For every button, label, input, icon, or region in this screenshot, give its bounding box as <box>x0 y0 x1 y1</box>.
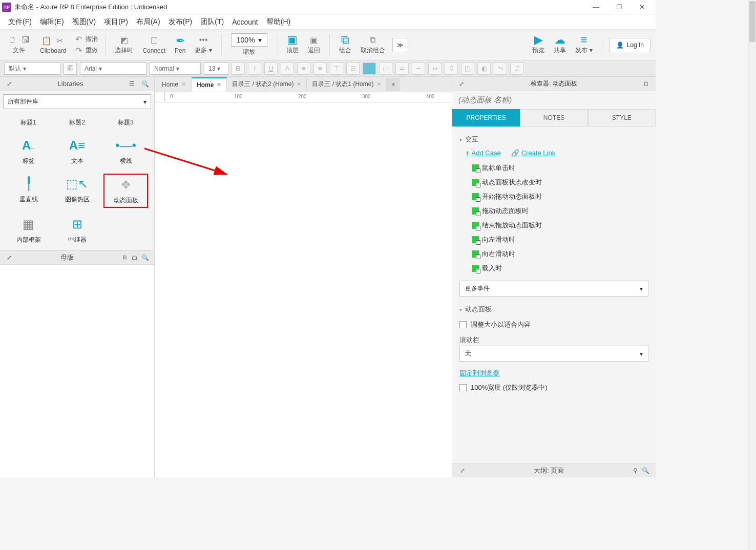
zoom-combo[interactable]: 100%▾ <box>231 33 267 47</box>
share-tool[interactable]: ☁共享 <box>552 35 568 55</box>
align-top-button[interactable]: ⊤ <box>330 62 343 75</box>
menu-publish[interactable]: 发布(P) <box>165 15 196 29</box>
widget-repeater[interactable]: ⊞中继器 <box>55 214 99 246</box>
preview-tool[interactable]: ▶预览 <box>530 35 547 55</box>
clipboard-group[interactable]: 📋 ✂ Clipboard <box>38 36 68 54</box>
widget-iframe[interactable]: ▦内部框架 <box>6 214 51 246</box>
close-icon[interactable]: ✕ <box>376 81 381 88</box>
copy-style-button[interactable]: 🗐 <box>64 62 77 75</box>
widget-heading2[interactable]: 标题2 <box>55 116 99 129</box>
search-icon[interactable]: 🔍 <box>140 79 150 89</box>
back-tool[interactable]: ▣返回 <box>306 35 322 55</box>
menu-arrange[interactable]: 布局(A) <box>133 15 163 29</box>
add-case-link[interactable]: +Add Case <box>466 149 501 157</box>
page-icon[interactable]: 🗋 <box>641 79 652 89</box>
collapse-icon[interactable]: ⤢ <box>4 252 14 263</box>
widget-heading1[interactable]: 标题1 <box>6 116 51 129</box>
new-tab-button[interactable]: ▾ <box>387 78 400 91</box>
opacity-button[interactable]: ◐ <box>477 62 491 75</box>
more-tool[interactable]: •••更多 ▾ <box>193 35 214 55</box>
event-load[interactable]: 载入时 <box>459 261 648 276</box>
shadow-button[interactable]: ◫ <box>461 62 474 75</box>
bold-button[interactable]: B <box>232 62 245 75</box>
event-drag[interactable]: 拖动动态面板时 <box>459 204 648 218</box>
menu-help[interactable]: 帮助(H) <box>263 15 293 29</box>
front-tool[interactable]: ▣顶层 <box>284 35 301 55</box>
tab-state2[interactable]: 目录三 / 状态2 (Home)✕ <box>227 77 307 92</box>
connect-tool[interactable]: ☐Connect <box>140 36 167 54</box>
widget-vline[interactable]: ╿垂直线 <box>6 174 51 208</box>
pen-tool[interactable]: ✒Pen <box>173 36 187 54</box>
select-tool[interactable]: ◩选择时 <box>113 35 135 55</box>
flip-h-button[interactable]: ⇋ <box>494 62 507 75</box>
event-state-change[interactable]: 动态面板状态改变时 <box>459 175 648 189</box>
align-left-button[interactable]: ≡ <box>297 62 310 75</box>
dist-v-button[interactable]: ⇕ <box>445 62 458 75</box>
fill-button[interactable] <box>363 62 376 75</box>
maximize-button[interactable]: ☐ <box>607 0 631 14</box>
create-link-link[interactable]: 🔗Create Link <box>511 149 555 157</box>
redo-button[interactable]: ↷重做 <box>73 46 98 56</box>
menu-edit[interactable]: 编辑(E) <box>37 15 67 29</box>
width-100-checkbox[interactable]: 100%宽度 (仅限浏览器中) <box>459 380 648 395</box>
tab-home-1[interactable]: Home✕ <box>157 78 192 91</box>
zoom-group[interactable]: 100%▾ 缩放 <box>229 33 269 56</box>
close-icon[interactable]: ✕ <box>181 81 186 88</box>
library-dropdown[interactable]: 所有部件库 ▾ <box>3 94 151 109</box>
menu-project[interactable]: 项目(P) <box>101 15 131 29</box>
publish-tool[interactable]: ≡发布 ▾ <box>573 35 594 55</box>
widget-name-field[interactable]: (动态面板 名称) <box>452 91 656 109</box>
event-drag-drop[interactable]: 结束拖放动态面板时 <box>459 218 648 232</box>
tab-style[interactable]: STYLE <box>588 109 656 126</box>
group-tool[interactable]: ⧉组合 <box>337 35 353 55</box>
collapse-icon[interactable]: ⤢ <box>456 79 467 89</box>
tab-properties[interactable]: PROPERTIES <box>452 109 520 126</box>
login-button[interactable]: 👤Log In <box>610 38 650 52</box>
widget-heading3[interactable]: 标题3 <box>103 116 148 129</box>
align-middle-button[interactable]: ⊟ <box>346 62 360 75</box>
ungroup-tool[interactable]: ⧉取消组合 <box>359 35 387 55</box>
widget-hotspot[interactable]: ⬚↖图像热区 <box>55 174 99 208</box>
italic-button[interactable]: I <box>248 62 261 75</box>
widget-label[interactable]: A_标签 <box>6 135 51 167</box>
filter-icon[interactable]: ⚲ <box>630 466 640 476</box>
tab-state1[interactable]: 目录三 / 状态1 (Home)✕ <box>307 77 387 92</box>
event-swipe-right[interactable]: 向右滑动时 <box>459 247 648 261</box>
border-style-button[interactable]: ┅ <box>412 62 425 75</box>
collapse-icon[interactable]: ⤢ <box>4 79 14 89</box>
search-icon[interactable]: 🔍 <box>140 252 150 263</box>
more-events-dropdown[interactable]: 更多事件▾ <box>459 281 648 297</box>
add-icon[interactable]: ⎘ <box>119 252 130 263</box>
font-size-combo[interactable]: 13▾ <box>204 62 228 75</box>
font-color-button[interactable]: A <box>281 62 294 75</box>
tab-notes[interactable]: NOTES <box>520 109 587 126</box>
close-button[interactable]: ✕ <box>631 0 654 14</box>
menu-account[interactable]: Account <box>229 16 261 28</box>
widget-text[interactable]: A≡文本 <box>55 135 99 167</box>
event-drag-start[interactable]: 开始拖动动态面板时 <box>459 189 648 204</box>
folder-icon[interactable]: 🗀 <box>130 252 140 263</box>
close-icon[interactable]: ✕ <box>217 81 221 88</box>
underline-button[interactable]: U <box>264 62 278 75</box>
overflow-button[interactable]: ≫ <box>392 38 408 52</box>
scroll-dropdown[interactable]: 无▾ <box>459 346 648 362</box>
font-weight-combo[interactable]: Normal▾ <box>150 62 201 75</box>
event-swipe-left[interactable]: 向左滑动时 <box>459 232 648 247</box>
menu-icon[interactable]: ☰ <box>127 79 137 89</box>
tab-home-2[interactable]: Home✕ <box>192 77 227 92</box>
font-combo[interactable]: Arial▾ <box>80 62 146 75</box>
style-preset-combo[interactable]: 默认▾ <box>4 62 60 75</box>
dist-h-button[interactable]: ⇔ <box>428 62 442 75</box>
interactions-section[interactable]: 交互 <box>459 132 648 147</box>
widget-hline[interactable]: •—•横线 <box>103 135 148 167</box>
border-color-button[interactable]: ▭ <box>379 62 392 75</box>
undo-button[interactable]: ↶撤消 <box>73 34 98 45</box>
dp-section[interactable]: 动态面板 <box>459 302 648 317</box>
widget-dynamic-panel[interactable]: ❖动态面板 <box>103 174 148 208</box>
align-center-button[interactable]: ≡ <box>313 62 327 75</box>
file-group[interactable]: 🗋 🖫 文件 <box>5 35 33 55</box>
pin-browser-link[interactable]: 固定到浏览器 <box>459 367 499 380</box>
flip-v-button[interactable]: ⇵ <box>510 62 523 75</box>
fit-content-checkbox[interactable]: 调整大小以适合内容 <box>459 317 648 332</box>
search-icon[interactable]: 🔍 <box>640 466 650 476</box>
